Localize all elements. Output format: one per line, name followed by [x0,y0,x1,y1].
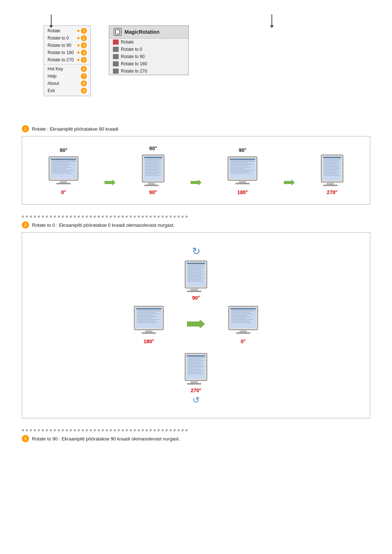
dot [106,429,108,431]
svg-rect-2 [51,159,76,160]
svg-rect-76 [188,276,201,277]
arrow-right-1 [105,179,115,186]
menu-item-about[interactable]: About 8 [44,80,90,87]
magic-item-rotate0-label: Rotate to 0 [121,47,142,52]
dot [74,216,76,218]
dot [114,216,116,218]
curved-arrow-bottom: ↺ [192,395,200,405]
menu-item-rotate[interactable]: Rotate 1 [44,27,90,34]
svg-rect-52 [324,160,338,161]
badge-8: 8 [81,81,87,86]
magic-item-rotate90-label: Rotate to 90 [121,54,144,59]
dot [70,429,72,431]
menu-item-hotkey[interactable]: Hot Key 6 [44,65,90,73]
magic-rotation-icon [114,28,122,36]
menu-item-rotate180[interactable]: Rotate to 180 4 [44,49,90,56]
dot [134,429,136,431]
svg-rect-18 [145,159,162,160]
monitor-svg-portrait-top [183,259,209,294]
magic-item-rotate90[interactable]: Rotate to 90 [109,53,188,60]
rotate270-arrow-indicator [77,59,79,61]
svg-rect-120 [188,366,204,367]
dot [114,429,116,431]
dot [30,216,32,218]
svg-rect-73 [188,272,201,273]
degree-bottom-0: 0° [61,189,66,195]
dot [34,429,36,431]
magic-item-rotate0[interactable]: Rotate to 0 [109,46,188,53]
svg-rect-92 [137,321,155,321]
rotate-arrow-indicator [77,30,79,32]
dot [46,216,48,218]
menu-item-rotate90-label: Rotate to 90 [48,43,76,48]
svg-rect-11 [52,173,72,173]
svg-rect-16 [144,157,162,180]
dot [138,216,140,218]
dot [150,216,152,218]
svg-rect-74 [188,274,204,274]
section-1: 1 Rotate : Ekraanipilti pööratakse 90 kr… [22,125,370,205]
badge-5: 5 [81,57,87,63]
dot [122,429,124,431]
dot [26,216,28,218]
degree-top-90-3: 90° [239,147,246,153]
dot [42,429,44,431]
dot [78,429,80,431]
dots-separator-2 [22,429,370,431]
dot [158,216,160,218]
menu-item-rotate-label: Rotate [48,28,76,33]
svg-rect-62 [324,175,340,176]
svg-rect-125 [188,373,204,374]
dot [118,429,120,431]
rotation-diagram-1: 90° 0° [28,142,364,199]
menu-item-exit[interactable]: Exit 9 [44,87,90,94]
degree-top-90-1: 90° [60,147,68,153]
dot [173,216,176,218]
svg-rect-4 [52,163,70,163]
menu-item-rotate90[interactable]: Rotate to 90 3 [44,42,90,49]
dot [58,216,60,218]
dot [185,216,188,218]
top-diagram-section: Rotate 1 Rotate to 0 2 Rotate to 90 3 Ro… [22,11,370,96]
svg-rect-55 [324,165,339,165]
dot [34,216,36,218]
svg-rect-87 [137,313,159,314]
dot [142,216,144,218]
menu-item-rotate270[interactable]: Rotate to 270 5 [44,56,90,63]
monitor-svg-landscape-0 [227,304,260,337]
svg-rect-43 [230,171,249,172]
svg-rect-106 [231,319,254,320]
magic-item-rotate0-icon [113,47,119,52]
svg-rect-46 [235,183,250,184]
degree-top-monitor-90: 90° [192,295,200,301]
dot [126,216,128,218]
badge-4: 4 [81,50,87,56]
degree-180: 180° [144,338,154,344]
menu-item-help[interactable]: Help 7 [44,73,90,80]
magic-item-rotate180[interactable]: Rotate to 180 [109,60,188,67]
svg-rect-79 [188,281,204,282]
svg-rect-41 [230,168,245,169]
svg-rect-122 [188,369,201,370]
svg-rect-13 [56,183,71,184]
menu-item-about-label: About [48,81,79,86]
section-2: 2 Rotate to 0 : Ekraanipilti pööratakse … [22,221,370,418]
svg-rect-59 [324,171,337,171]
magic-item-rotate-icon [113,40,119,45]
svg-marker-96 [187,319,205,329]
dot [146,216,148,218]
degree-bottom-270: 270° [327,189,337,195]
magic-item-rotate[interactable]: Rotate [109,38,188,46]
svg-rect-88 [137,315,153,316]
section-1-badge: 1 [22,125,29,132]
dot [185,429,188,431]
magic-item-rotate270[interactable]: Rotate to 270 [109,67,188,75]
dot [38,216,40,218]
svg-rect-95 [142,332,156,334]
dot [58,429,60,431]
monitor-group-90deg: 90° [140,145,166,195]
svg-rect-58 [324,169,338,170]
menu-item-rotate0[interactable]: Rotate to 0 2 [44,34,90,42]
svg-rect-56 [324,166,338,167]
dot [150,429,152,431]
